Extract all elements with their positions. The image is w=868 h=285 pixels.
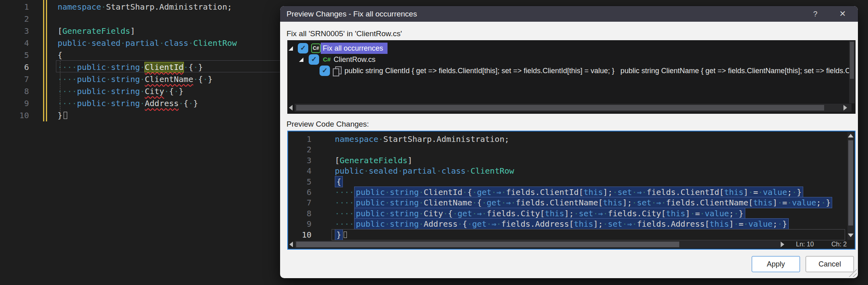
diff-highlight-box: public·string·ClientName·{·get·⇒·fields.… — [354, 197, 832, 208]
code-token: · — [612, 187, 617, 197]
code-token: · — [472, 198, 477, 207]
code-token: · — [140, 86, 145, 96]
code-token: · — [574, 209, 579, 218]
scroll-right-icon[interactable] — [781, 242, 784, 247]
code-token: · — [87, 38, 91, 48]
code-line-text: ····public·string·City·{·get·⇒·fields.Ci… — [335, 208, 745, 219]
preview-changes-dialog: Preview Changes - Fix all occurrences ? … — [280, 6, 858, 278]
preview-code-line[interactable]: 6····public·string·ClientId·{·get·⇒·fiel… — [288, 187, 847, 198]
code-line-text: ····public·string·Address·{·} — [58, 97, 198, 109]
scroll-up-icon[interactable] — [848, 134, 854, 137]
code-token: } — [208, 74, 212, 84]
tree-v-scrollbar[interactable] — [849, 41, 855, 103]
preview-code-line[interactable]: 7····public·string·ClientName·{·get·⇒·fi… — [288, 197, 847, 208]
code-token: · — [188, 98, 193, 108]
preview-code-line[interactable]: 8····public·string·City·{·get·⇒·fields.C… — [288, 208, 847, 219]
line-number: 1 — [7, 1, 29, 13]
tree-row-label: Fix all occurrences — [323, 43, 849, 54]
tree-row[interactable]: ✓C#Fix all occurrences — [287, 43, 856, 54]
code-token: · — [140, 74, 145, 84]
code-token: · — [748, 187, 753, 197]
code-token: sealed — [91, 38, 120, 48]
scrollbar-thumb[interactable] — [296, 242, 679, 247]
code-token: · — [700, 209, 705, 218]
scrollbar-thumb[interactable] — [850, 42, 854, 79]
code-line-text: ····public·string·ClientName·{·get·⇒·fie… — [335, 197, 832, 208]
code-token: this — [603, 198, 622, 207]
close-icon[interactable]: ✕ — [835, 6, 851, 22]
code-token: sealed — [369, 166, 398, 176]
code-token: ⇒ — [637, 187, 642, 197]
scroll-down-icon[interactable] — [848, 234, 854, 237]
code-token: · — [734, 219, 739, 229]
scroll-left-icon[interactable] — [289, 105, 293, 111]
code-token: ···· — [58, 74, 77, 84]
tree-row[interactable]: ✓C#ClientRow.cs — [287, 54, 856, 65]
scrollbar-thumb[interactable] — [296, 105, 824, 111]
apply-button[interactable]: Apply — [752, 256, 800, 272]
tree-row[interactable]: ✓public string ClientId { get => fields.… — [287, 65, 856, 76]
code-token: this — [574, 219, 593, 229]
code-token: ClientId — [424, 187, 462, 197]
code-token: ; — [816, 198, 821, 207]
preview-v-scrollbar[interactable] — [847, 132, 854, 240]
code-token: set — [617, 187, 632, 197]
code-token: ⇒ — [496, 187, 501, 197]
code-token: ···· — [335, 209, 354, 218]
code-token: partial — [403, 166, 437, 176]
checkbox[interactable]: ✓ — [320, 66, 330, 76]
code-token: = — [695, 209, 700, 218]
code-token: value — [748, 219, 773, 229]
scrollbar-thumb[interactable] — [848, 140, 853, 226]
changes-tree[interactable]: ✓C#Fix all occurrences✓C#ClientRow.cs✓pu… — [287, 40, 856, 114]
code-token: ···· — [58, 86, 77, 96]
scroll-right-icon[interactable] — [843, 105, 847, 111]
code-token: · — [496, 219, 501, 229]
code-token: { — [188, 62, 193, 72]
code-token: set — [579, 209, 593, 218]
checkbox[interactable]: ✓ — [298, 43, 308, 53]
code-token: ⇒ — [627, 219, 632, 229]
code-token: ]; — [564, 209, 574, 218]
code-token: string — [111, 98, 140, 108]
preview-code-line[interactable]: 2 — [288, 144, 847, 155]
checkbox[interactable]: ✓ — [309, 54, 319, 65]
code-token: fields.ClientName[ — [516, 198, 603, 207]
code-line-text: namespace·StartSharp.Administration; — [58, 1, 232, 13]
code-token: fields.ClientId[ — [647, 187, 724, 197]
preview-code-line[interactable]: 3[GenerateFields] — [288, 155, 847, 166]
code-token: namespace — [335, 134, 378, 144]
expander-icon[interactable] — [289, 46, 293, 51]
code-token: value — [705, 209, 729, 218]
code-token: this — [753, 198, 773, 207]
code-line-text: ····public·string·Address·{·get·⇒·fields… — [335, 219, 789, 230]
line-number: 1 — [288, 134, 311, 145]
preview-h-scrollbar[interactable] — [288, 241, 787, 248]
code-token: · — [744, 219, 748, 229]
line-number: 2 — [288, 144, 311, 155]
tree-row-label: ClientRow.cs — [334, 54, 849, 65]
scroll-left-icon[interactable] — [289, 242, 293, 247]
dialog-titlebar[interactable]: Preview Changes - Fix all occurrences ? … — [280, 6, 858, 22]
tree-h-scrollbar[interactable] — [287, 103, 856, 112]
expander-icon[interactable] — [299, 57, 303, 62]
cancel-button[interactable]: Cancel — [806, 256, 854, 272]
code-preview-panel[interactable]: 1namespace·StartSharp.Administration;23[… — [287, 131, 856, 250]
code-token: this — [545, 209, 564, 218]
code-token: · — [121, 38, 126, 48]
change-preview-icon — [333, 66, 341, 75]
help-button[interactable]: ? — [807, 6, 823, 22]
code-token: · — [193, 62, 198, 72]
code-token: ⇒ — [506, 198, 511, 207]
code-token: · — [661, 198, 666, 207]
code-token: } — [797, 187, 802, 197]
preview-code-line[interactable]: 4public·sealed·partial·class·ClientRow — [288, 166, 847, 176]
preview-code-line[interactable]: 9····public·string·Address·{·get·⇒·field… — [288, 219, 847, 230]
code-token: { — [462, 219, 467, 229]
code-token: ]; — [603, 187, 612, 197]
preview-code-line[interactable]: 5{ — [288, 176, 847, 187]
code-token: { — [169, 86, 174, 96]
preview-code-line[interactable]: 1namespace·StartSharp.Administration; — [288, 134, 847, 145]
code-token: ···· — [58, 62, 77, 72]
code-line-text: ····public·string·ClientId·{·} — [58, 61, 203, 73]
